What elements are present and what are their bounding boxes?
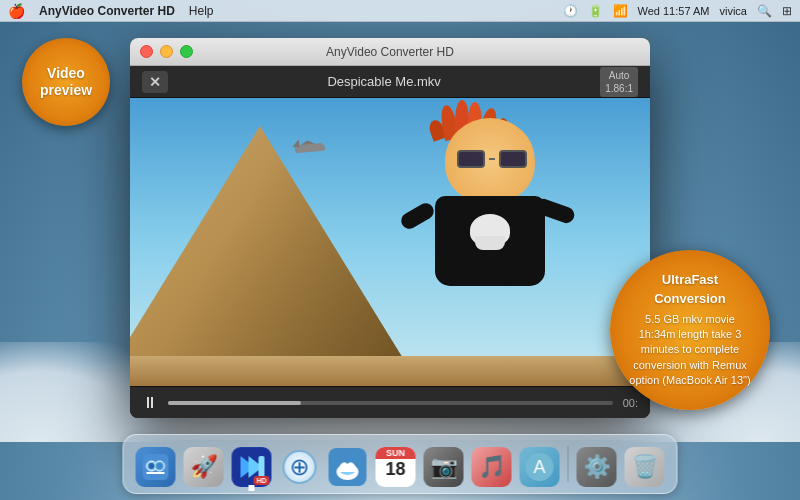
dock: 🚀 HD <box>123 434 678 494</box>
app-window: AnyVideo Converter HD ✕ Despicable Me.mk… <box>130 38 650 418</box>
skull-jaw <box>475 236 505 250</box>
video-frame <box>130 98 650 386</box>
character-head <box>445 118 535 203</box>
dock-item-iphoto[interactable]: 📷 <box>422 445 466 489</box>
character-despicable-me <box>420 118 560 318</box>
dock-item-calendar[interactable]: SUN 18 <box>374 445 418 489</box>
glass-lens-left <box>457 150 485 168</box>
time-display: Wed 11:57 AM <box>638 5 710 17</box>
plane-tail <box>291 139 300 148</box>
window-minimize-button[interactable] <box>160 45 173 58</box>
video-preview-badge: Videopreview <box>22 38 110 126</box>
ultrafast-title: UltraFastConversion <box>626 271 754 307</box>
menubar-left: 🍎 AnyVideo Converter HD Help <box>8 3 214 19</box>
aspect-ratio-badge: Auto 1.86:1 <box>600 67 638 97</box>
window-title: AnyVideo Converter HD <box>326 45 454 59</box>
safari-compass <box>283 450 317 484</box>
svg-point-3 <box>149 463 155 469</box>
dock-item-launchpad[interactable]: 🚀 <box>182 445 226 489</box>
finder-icon <box>136 447 176 487</box>
ultrafast-body: 5.5 GB mkv movie 1h:34m length take 3 mi… <box>629 313 750 387</box>
menubar-right: 🕐 🔋 📶 Wed 11:57 AM vivica 🔍 ⊞ <box>563 4 792 18</box>
scene-ground <box>130 356 650 386</box>
battery-icon: 🔋 <box>588 4 603 18</box>
window-titlebar: AnyVideo Converter HD <box>130 38 650 66</box>
dock-item-sysprefs[interactable]: ⚙️ <box>575 445 619 489</box>
dock-item-anyvideo[interactable]: HD <box>230 445 274 489</box>
apple-menu[interactable]: 🍎 <box>8 3 25 19</box>
dock-separator <box>568 446 569 482</box>
svg-text:A: A <box>533 457 545 477</box>
mail-icon <box>328 447 368 487</box>
progress-fill <box>168 401 301 405</box>
calendar-icon: SUN 18 <box>376 447 416 487</box>
wifi-icon: 📶 <box>613 4 628 18</box>
trash-icon: 🗑️ <box>625 447 665 487</box>
play-pause-button[interactable]: ⏸ <box>142 394 158 412</box>
menubar-help[interactable]: Help <box>189 4 214 18</box>
appstore-icon: A <box>520 447 560 487</box>
anyvideo-icon: HD <box>232 447 272 487</box>
dock-item-appstore[interactable]: A <box>518 445 562 489</box>
svg-rect-9 <box>259 456 265 478</box>
svg-point-4 <box>157 463 163 469</box>
character-body <box>435 196 545 286</box>
sysprefs-icon: ⚙️ <box>577 447 617 487</box>
menubar: 🍎 AnyVideo Converter HD Help 🕐 🔋 📶 Wed 1… <box>0 0 800 22</box>
username-display: vivica <box>719 5 747 17</box>
progress-bar[interactable] <box>168 401 613 405</box>
glass-bridge <box>489 158 495 160</box>
grid-icon[interactable]: ⊞ <box>782 4 792 18</box>
ultrafast-badge: UltraFastConversion 5.5 GB mkv movie 1h:… <box>610 250 770 410</box>
launchpad-icon: 🚀 <box>184 447 224 487</box>
hd-badge: HD <box>253 476 269 485</box>
dock-item-itunes[interactable]: 🎵 <box>470 445 514 489</box>
character-glasses <box>457 150 527 168</box>
window-controls <box>140 45 193 58</box>
itunes-icon: 🎵 <box>472 447 512 487</box>
dock-item-mail[interactable] <box>326 445 370 489</box>
video-controls: ⏸ 00: <box>130 386 650 418</box>
safari-icon <box>280 447 320 487</box>
character-skull <box>465 214 515 259</box>
dock-item-safari[interactable] <box>278 445 322 489</box>
dock-item-finder[interactable] <box>134 445 178 489</box>
clock-icon: 🕐 <box>563 4 578 18</box>
video-filename: Despicable Me.mkv <box>180 74 588 89</box>
search-icon[interactable]: 🔍 <box>757 4 772 18</box>
dock-item-trash[interactable]: 🗑️ <box>623 445 667 489</box>
ultrafast-text: UltraFastConversion 5.5 GB mkv movie 1h:… <box>626 271 754 388</box>
glass-lens-right <box>499 150 527 168</box>
window-close-button[interactable] <box>140 45 153 58</box>
video-preview-text: Videopreview <box>40 65 92 99</box>
scene-plane <box>289 136 331 159</box>
video-close-button[interactable]: ✕ <box>142 71 168 93</box>
menubar-app-name[interactable]: AnyVideo Converter HD <box>39 4 175 18</box>
iphoto-icon: 📷 <box>424 447 464 487</box>
video-header-bar: ✕ Despicable Me.mkv Auto 1.86:1 <box>130 66 650 98</box>
time-display: 00: <box>623 397 638 409</box>
window-maximize-button[interactable] <box>180 45 193 58</box>
